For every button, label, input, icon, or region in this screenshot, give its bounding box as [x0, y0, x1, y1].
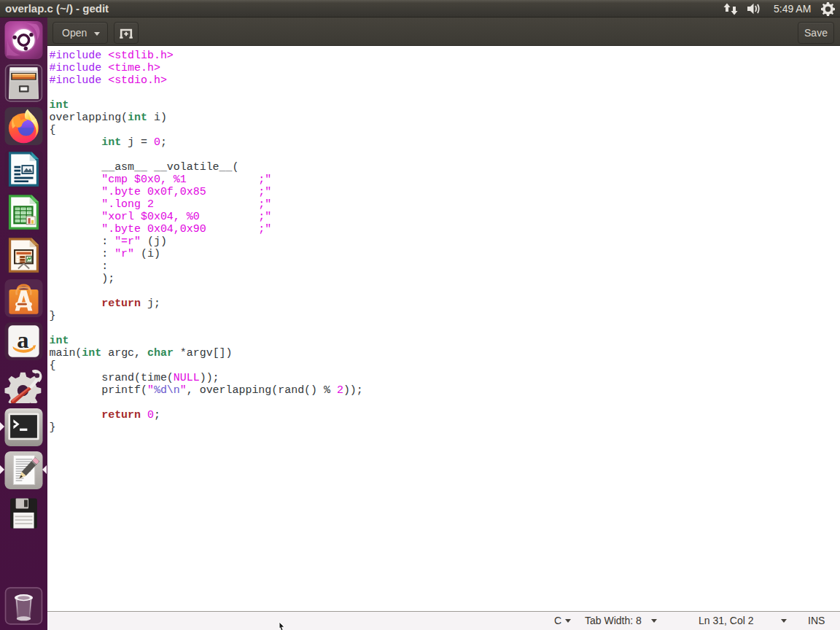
svg-text:a: a [17, 327, 28, 353]
